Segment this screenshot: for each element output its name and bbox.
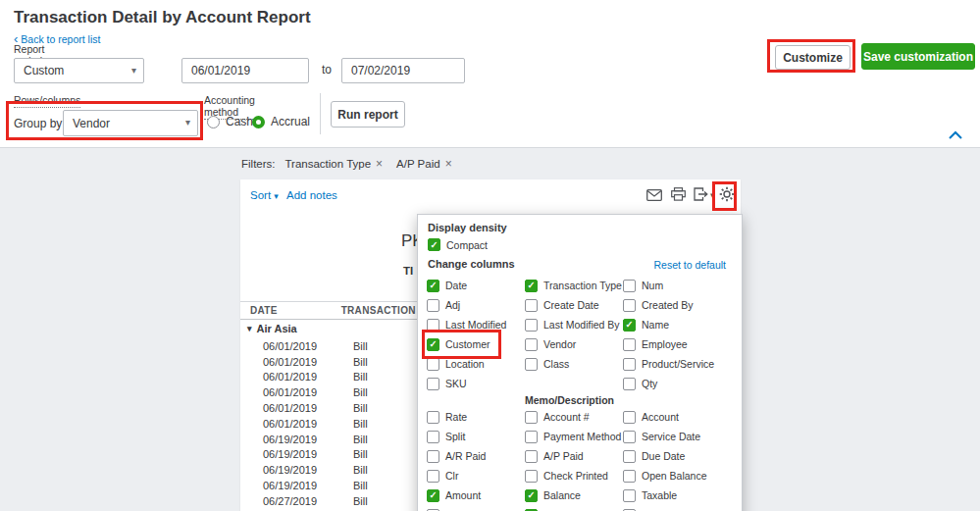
date-to-input[interactable]: 07/02/2019 [341, 58, 465, 83]
compact-checkbox[interactable] [428, 238, 440, 251]
column-option-amount[interactable]: Amount [427, 485, 481, 505]
checkbox-icon[interactable] [525, 299, 538, 312]
column-option-debit[interactable]: Debit [427, 505, 470, 511]
close-icon[interactable]: × [376, 158, 383, 170]
column-option-customer[interactable]: Customer [427, 334, 496, 354]
column-option-clr[interactable]: Clr [427, 466, 458, 485]
checkbox-icon[interactable] [427, 338, 439, 351]
checkbox-icon[interactable] [427, 378, 439, 390]
column-option-employee[interactable]: Employee [623, 334, 688, 354]
checkbox-icon[interactable] [525, 358, 538, 371]
cash-radio[interactable]: Cash [207, 115, 253, 128]
filters-label: Filters: [241, 158, 276, 170]
group-by-select[interactable]: Vendor ▾ [63, 110, 198, 136]
column-option-location[interactable]: Location [427, 354, 485, 374]
run-report-button[interactable]: Run report [331, 101, 405, 128]
checkbox-icon[interactable] [525, 431, 538, 443]
checkbox-icon[interactable] [427, 489, 439, 502]
checkbox-icon[interactable] [623, 489, 636, 502]
group-row-air-asia[interactable]: ▾ Air Asia [240, 321, 297, 336]
checkbox-icon[interactable] [427, 299, 439, 312]
checkbox-icon[interactable] [623, 319, 636, 332]
date-from-input[interactable]: 06/01/2019 [181, 58, 309, 83]
chevron-down-icon[interactable]: ▾ [710, 190, 715, 200]
sort-button[interactable]: Sort ▾ [250, 189, 279, 201]
checkbox-icon[interactable] [525, 470, 538, 483]
column-option-qty[interactable]: Qty [623, 374, 657, 393]
report-period-select[interactable]: Custom ▾ [14, 58, 144, 83]
customize-button[interactable]: Customize [775, 45, 851, 70]
checkbox-icon[interactable] [525, 338, 538, 351]
reset-to-default-link[interactable]: Reset to default [653, 259, 726, 271]
group-by-label: Group by [14, 117, 62, 130]
checkbox-icon[interactable] [427, 431, 439, 443]
column-option-exchange-rate[interactable]: Exchange Rate [623, 505, 712, 511]
column-option-check-printed[interactable]: Check Printed [525, 466, 608, 485]
column-option-transaction-type[interactable]: Transaction Type [525, 276, 622, 295]
checkbox-icon[interactable] [427, 411, 439, 424]
filter-chip-transaction-type[interactable]: Transaction Type× [285, 158, 384, 170]
column-option-taxable[interactable]: Taxable [623, 485, 677, 505]
column-option-name[interactable]: Name [623, 315, 669, 334]
accrual-radio[interactable]: Accrual [252, 115, 310, 128]
checkbox-icon[interactable] [427, 280, 439, 292]
checkbox-icon[interactable] [427, 450, 439, 463]
print-icon[interactable] [671, 187, 686, 201]
column-option-account[interactable]: Account [623, 407, 679, 427]
column-option-class[interactable]: Class [525, 354, 569, 374]
column-option-label: Taxable [642, 489, 677, 501]
checkbox-icon[interactable] [623, 411, 636, 424]
checkbox-icon[interactable] [623, 431, 636, 443]
column-option-credit[interactable]: Credit [525, 505, 571, 511]
checkbox-icon[interactable] [427, 358, 439, 371]
checkbox-icon[interactable] [623, 470, 636, 483]
checkbox-icon[interactable] [623, 378, 636, 390]
column-option-date[interactable]: Date [427, 276, 467, 295]
column-option-create-date[interactable]: Create Date [525, 295, 599, 315]
column-option-a-p-paid[interactable]: A/P Paid [525, 446, 584, 466]
checkbox-icon[interactable] [623, 358, 636, 371]
compact-option[interactable]: Compact [428, 238, 488, 251]
column-option-service-date[interactable]: Service Date [623, 427, 700, 446]
column-option-split[interactable]: Split [427, 427, 465, 446]
collapse-group-icon[interactable]: ▾ [247, 324, 252, 333]
export-icon[interactable] [694, 187, 708, 201]
checkbox-icon[interactable] [623, 450, 636, 463]
checkbox-icon[interactable] [427, 319, 439, 332]
column-option-last-modified-by[interactable]: Last Modified By [525, 315, 620, 334]
column-option-num[interactable]: Num [623, 276, 663, 295]
column-option-balance[interactable]: Balance [525, 485, 581, 505]
sort-label: Sort [250, 189, 271, 201]
grid-spacer [623, 393, 721, 407]
save-customization-button[interactable]: Save customization [861, 43, 975, 70]
close-icon[interactable]: × [445, 158, 452, 170]
add-notes-button[interactable]: Add notes [286, 189, 337, 201]
checkbox-icon[interactable] [525, 450, 538, 463]
column-option-payment-method[interactable]: Payment Method [525, 427, 621, 446]
gear-icon[interactable] [719, 186, 735, 202]
column-header-date[interactable]: DATE [250, 305, 278, 316]
column-option-a-r-paid[interactable]: A/R Paid [427, 446, 486, 466]
collapse-chevron-icon[interactable] [948, 130, 963, 139]
checkbox-icon[interactable] [623, 280, 636, 292]
column-option-sku[interactable]: SKU [427, 374, 467, 393]
column-option-vendor[interactable]: Vendor [525, 334, 576, 354]
checkbox-icon[interactable] [525, 411, 538, 424]
column-option-due-date[interactable]: Due Date [623, 446, 685, 466]
checkbox-icon[interactable] [525, 319, 538, 332]
column-option-open-balance[interactable]: Open Balance [623, 466, 707, 485]
column-option-product-service[interactable]: Product/Service [623, 354, 714, 374]
checkbox-icon[interactable] [427, 470, 439, 483]
checkbox-icon[interactable] [623, 299, 636, 312]
column-option-adj[interactable]: Adj [427, 295, 460, 315]
column-option-created-by[interactable]: Created By [623, 295, 694, 315]
column-option-rate[interactable]: Rate [427, 407, 467, 427]
filter-chip-a-p-paid[interactable]: A/P Paid× [396, 158, 452, 170]
email-icon[interactable] [646, 189, 662, 201]
checkbox-icon[interactable] [525, 280, 538, 292]
report-period-value: Custom [24, 64, 64, 77]
column-option-account[interactable]: Account # [525, 407, 590, 427]
column-option-last-modified[interactable]: Last Modified [427, 315, 506, 334]
checkbox-icon[interactable] [623, 338, 636, 351]
checkbox-icon[interactable] [525, 489, 538, 502]
